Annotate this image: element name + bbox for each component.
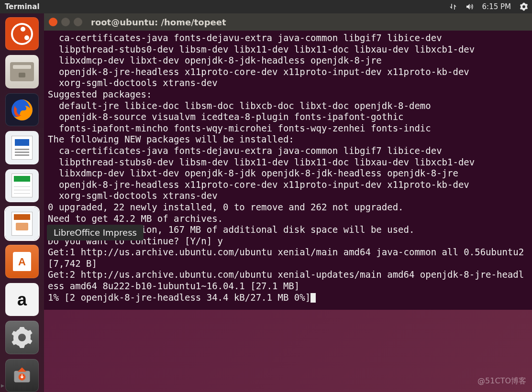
session-gear-icon[interactable] <box>516 0 532 13</box>
watermark: @51CTO博客 <box>477 376 526 386</box>
terminal-output[interactable]: ca-certificates-java fonts-dejavu-extra … <box>44 31 532 310</box>
window-close-icon[interactable] <box>49 18 57 26</box>
libreoffice-writer-icon[interactable] <box>5 131 39 164</box>
terminal-line: The following NEW packages will be insta… <box>48 134 528 145</box>
terminal-line: openjdk-8-jre-headless x11proto-core-dev… <box>48 66 528 78</box>
software-updater-icon[interactable] <box>5 359 39 392</box>
terminal-line: libxdmcp-dev libxt-dev openjdk-8-jdk ope… <box>48 168 528 179</box>
window-maximize-icon[interactable] <box>74 18 82 26</box>
terminal-line: Get:2 http://us.archive.ubuntu.com/ubunt… <box>48 269 528 292</box>
terminal-line: Need to get 42.2 MB of archives. <box>48 213 528 225</box>
window-title: root@ubuntu: /home/topeet <box>91 17 226 27</box>
amazon-icon[interactable]: a <box>5 283 39 316</box>
terminal-line: 0 upgraded, 22 newly installed, 0 to rem… <box>48 202 528 213</box>
terminal-line: xorg-sgml-doctools xtrans-dev <box>48 190 528 202</box>
system-settings-icon[interactable] <box>5 321 39 354</box>
terminal-line: Suggested packages: <box>48 89 528 100</box>
dash-icon[interactable] <box>5 17 39 50</box>
ubuntu-software-icon[interactable] <box>5 245 39 278</box>
terminal-cursor <box>310 293 316 303</box>
terminal-line: openjdk-8-source visualvm icedtea-8-plug… <box>48 111 528 123</box>
terminal-line: libpthread-stubs0-dev libsm-dev libx11-d… <box>48 157 528 168</box>
sound-indicator[interactable] <box>461 0 477 13</box>
active-app-menu[interactable]: Terminal <box>0 2 44 11</box>
files-icon[interactable] <box>5 55 39 88</box>
top-panel: Terminal 6:15 PM <box>0 0 532 13</box>
firefox-icon[interactable] <box>5 93 39 126</box>
launcher-tooltip: LibreOffice Impress <box>47 225 144 240</box>
terminal-line: default-jre libice-doc libsm-doc libxcb-… <box>48 100 528 112</box>
terminal-line: fonts-ipafont-mincho fonts-wqy-microhei … <box>48 123 528 134</box>
terminal-line: ca-certificates-java fonts-dejavu-extra … <box>48 145 528 157</box>
terminal-line: openjdk-8-jre-headless x11proto-core-dev… <box>48 179 528 191</box>
libreoffice-calc-icon[interactable] <box>5 169 39 202</box>
clock[interactable]: 6:15 PM <box>477 2 516 11</box>
unity-launcher: a <box>0 13 44 392</box>
network-indicator[interactable] <box>445 0 461 13</box>
terminal-line: Get:1 http://us.archive.ubuntu.com/ubunt… <box>48 247 528 269</box>
terminal-line: xorg-sgml-doctools xtrans-dev <box>48 77 528 89</box>
libreoffice-impress-icon[interactable] <box>5 207 39 240</box>
window-titlebar[interactable]: root@ubuntu: /home/topeet <box>44 13 532 31</box>
terminal-line: libpthread-stubs0-dev libsm-dev libx11-d… <box>48 44 528 55</box>
terminal-window: root@ubuntu: /home/topeet ca-certificate… <box>44 13 532 310</box>
terminal-line: libxdmcp-dev libxt-dev openjdk-8-jdk-hea… <box>48 55 528 66</box>
terminal-line: 1% [2 openjdk-8-jre-headless 34.4 kB/27.… <box>48 292 528 304</box>
terminal-line: ca-certificates-java fonts-dejavu-extra … <box>48 33 528 44</box>
window-minimize-icon[interactable] <box>61 18 70 26</box>
